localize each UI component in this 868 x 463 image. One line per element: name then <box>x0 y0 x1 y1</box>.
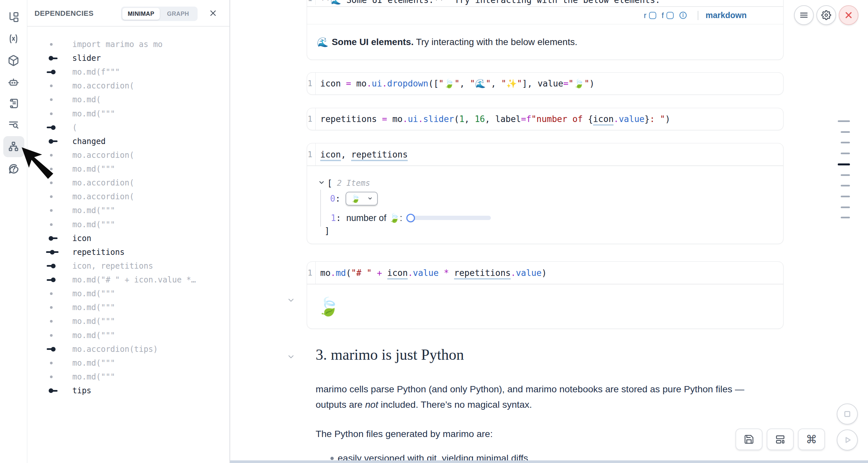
minimap-item-label: slider <box>72 54 101 63</box>
minimap-item[interactable]: ( <box>27 121 229 134</box>
minimap-item-label: changed <box>72 137 105 146</box>
variable-node-icon <box>46 125 59 130</box>
minimap-item[interactable]: mo.md( <box>27 93 229 106</box>
heading-output: 🍃 <box>307 284 783 329</box>
layout-button[interactable] <box>767 429 794 450</box>
minimap-item[interactable]: mo.md(""" <box>27 301 229 314</box>
minimap-item[interactable]: repetitions <box>27 245 229 259</box>
minimap-item[interactable]: mo.md(""" <box>27 218 229 232</box>
ai-assistant-icon[interactable] <box>7 76 20 88</box>
scratchpad-icon[interactable] <box>7 97 20 109</box>
cell-dropdown-def[interactable]: 1 icon = mo.ui.dropdown(["🍃", "🌊", "✨"],… <box>307 72 783 95</box>
tab-minimap[interactable]: MINIMAP <box>122 8 160 20</box>
code-editor[interactable]: 1 icon = mo.ui.dropdown(["🍃", "🌊", "✨"],… <box>307 73 783 94</box>
section-collapse-chevron-icon[interactable] <box>287 352 295 361</box>
minimap-item[interactable]: mo.md("# " + icon.value *… <box>27 273 229 287</box>
save-button[interactable] <box>736 429 763 450</box>
minimap-item[interactable]: mo.accordion(tips) <box>27 342 229 356</box>
gear-icon <box>821 10 831 20</box>
line-number: 1 <box>310 0 316 5</box>
cell-dot-icon <box>46 97 59 102</box>
slider-label: number of 🍃: <box>346 213 405 223</box>
cell-dot-icon <box>46 319 59 323</box>
cell-slider-def[interactable]: 1 repetitions = mo.ui.slider(1, 16, labe… <box>307 108 783 130</box>
minimap-item[interactable]: mo.md(""" <box>27 107 229 121</box>
cell-dot-icon <box>46 42 59 47</box>
minimap-item[interactable]: tips <box>27 384 229 398</box>
cell-mark[interactable] <box>841 142 850 143</box>
minimap-item-label: mo.md(""" <box>72 109 115 118</box>
minimap-item[interactable]: mo.md(""" <box>27 204 229 217</box>
tab-graph[interactable]: GRAPH <box>160 8 196 20</box>
code-editor[interactable]: 1 mo.md("# " + icon.value * repetitions.… <box>307 262 783 284</box>
minimap-item-label: mo.md(""" <box>72 289 115 298</box>
minimap-item-label: icon, repetitions <box>72 261 153 271</box>
collapse-chevron-icon[interactable] <box>318 178 325 188</box>
cell-mark[interactable] <box>838 120 850 122</box>
variables-icon[interactable] <box>7 33 20 45</box>
cell-markdown-intro[interactable]: 1 **🌊 Some UI elements.** Try interactin… <box>307 0 783 60</box>
list-output: [ 2 Items 0: 🍃 1: number of 🍃: <box>307 166 783 244</box>
keyboard-shortcuts-button[interactable]: ⌘ <box>798 429 825 450</box>
cell-mark[interactable] <box>841 131 850 133</box>
info-icon[interactable] <box>679 11 687 20</box>
minimap-item[interactable]: import marimo as mo <box>27 37 229 51</box>
cell-mark[interactable] <box>841 207 850 208</box>
settings-button[interactable] <box>816 5 836 25</box>
reactive-checkbox[interactable] <box>649 12 656 19</box>
menu-button[interactable] <box>794 5 814 25</box>
variable-node-icon <box>46 250 59 254</box>
variable-node-icon <box>46 278 59 282</box>
minimap-item-label: mo.accordion( <box>72 81 134 90</box>
run-button[interactable] <box>837 429 858 451</box>
icon-dropdown[interactable]: 🍃 <box>346 192 378 206</box>
cell-mark[interactable] <box>841 196 850 197</box>
minimap-item-label: mo.md(""" <box>72 359 115 368</box>
code-editor[interactable]: 1 repetitions = mo.ui.slider(1, 16, labe… <box>307 108 783 130</box>
repetitions-slider[interactable] <box>407 216 491 220</box>
packages-icon[interactable] <box>7 55 20 66</box>
minimap-item-label: icon <box>72 234 91 243</box>
minimap-item[interactable]: mo.accordion( <box>27 190 229 204</box>
slider-knob[interactable] <box>406 214 415 222</box>
close-panel-button[interactable] <box>209 9 217 17</box>
minimap-item[interactable]: mo.md(""" <box>27 356 229 370</box>
cell-mark[interactable] <box>841 217 850 218</box>
stop-button[interactable] <box>837 403 858 425</box>
markdown-cell-toolbar: r f markdown <box>307 7 783 24</box>
table-of-contents-icon[interactable] <box>7 119 20 131</box>
minimap-item[interactable]: changed <box>27 134 229 148</box>
cell-mark-active[interactable] <box>838 163 850 165</box>
cell-expression[interactable]: 1 icon, repetitions [ 2 Items 0: 🍃 <box>307 143 783 244</box>
cell-mark[interactable] <box>841 153 850 154</box>
minimap-item[interactable]: icon <box>27 232 229 245</box>
cell-mark[interactable] <box>841 185 850 186</box>
minimap-item[interactable]: mo.md(""" <box>27 314 229 328</box>
file-explorer-icon[interactable] <box>7 11 20 23</box>
fstring-checkbox[interactable] <box>666 12 674 19</box>
minimap-item[interactable]: slider <box>27 51 229 65</box>
output-collapse-chevron-icon[interactable] <box>287 296 295 305</box>
view-toggle: MINIMAP GRAPH <box>121 7 197 21</box>
hamburger-icon <box>799 10 809 20</box>
minimap-item[interactable]: mo.accordion( <box>27 79 229 93</box>
minimap-item[interactable]: mo.md(f""" <box>27 65 229 79</box>
cell-md-expression[interactable]: 1 mo.md("# " + icon.value * repetitions.… <box>307 261 783 329</box>
minimap-item-label: tips <box>72 386 91 395</box>
help-icon[interactable] <box>7 163 20 175</box>
cell-mark[interactable] <box>841 174 850 176</box>
minimap-item[interactable]: icon, repetitions <box>27 259 229 273</box>
cell-dot-icon <box>46 361 59 365</box>
shutdown-button[interactable] <box>839 5 859 25</box>
panel-divider <box>27 26 229 27</box>
language-toggle[interactable]: markdown <box>706 10 747 20</box>
dependency-graph-icon[interactable] <box>7 141 20 153</box>
minimap-item[interactable]: mo.md(""" <box>27 329 229 342</box>
minimap-item[interactable]: mo.md(""" <box>27 370 229 384</box>
line-number: 1 <box>310 108 316 130</box>
code-editor[interactable]: 1 **🌊 Some UI elements.** Try interactin… <box>307 0 783 6</box>
scroll-edge-line <box>230 460 868 463</box>
code-line: icon = mo.ui.dropdown(["🍃", "🌊", "✨"], v… <box>320 79 594 89</box>
code-editor[interactable]: 1 icon, repetitions <box>307 143 783 165</box>
minimap-item[interactable]: mo.md(""" <box>27 287 229 301</box>
